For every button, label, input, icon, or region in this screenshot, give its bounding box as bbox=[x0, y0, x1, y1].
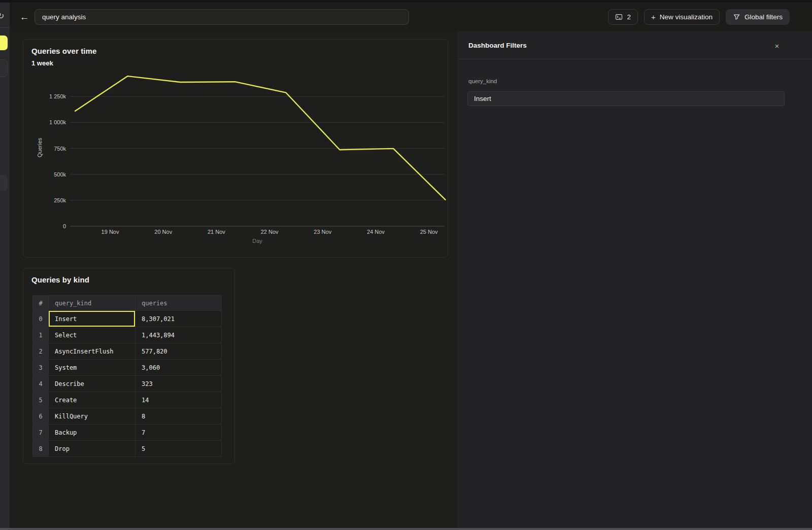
row-index-cell: 7 bbox=[33, 425, 49, 441]
y-tick-label: 750k bbox=[54, 146, 66, 152]
window-top-edge bbox=[0, 0, 812, 3]
row-index-cell: 3 bbox=[33, 360, 49, 376]
query-kind-cell[interactable]: Backup bbox=[49, 425, 136, 441]
queries-cell[interactable]: 1,443,894 bbox=[136, 327, 222, 343]
query-kind-cell[interactable]: Describe bbox=[49, 376, 136, 392]
queries-cell[interactable]: 3,060 bbox=[136, 360, 222, 376]
close-icon: × bbox=[775, 42, 780, 50]
funnel-icon bbox=[733, 13, 740, 21]
row-index-cell: 4 bbox=[33, 376, 49, 392]
query-kind-cell[interactable]: Drop bbox=[49, 441, 136, 457]
y-tick-label: 1 250k bbox=[49, 93, 66, 99]
sidebar-item-active[interactable] bbox=[0, 36, 8, 50]
column-header-queries[interactable]: queries bbox=[136, 296, 222, 311]
query-kind-cell[interactable]: KillQuery bbox=[49, 408, 136, 425]
y-tick-label: 250k bbox=[54, 197, 66, 203]
table-row: 2AsyncInsertFlush577,820 bbox=[33, 343, 222, 360]
history-icon[interactable]: ↻ bbox=[0, 11, 4, 21]
column-header-query-kind[interactable]: query_kind bbox=[49, 296, 136, 311]
row-index-cell: 8 bbox=[33, 441, 49, 457]
x-tick-label: 25 Nov bbox=[420, 229, 438, 235]
line-chart[interactable]: 0250k500k750k1 000k1 250k 19 Nov20 Nov21… bbox=[23, 40, 448, 257]
row-index-cell: 2 bbox=[33, 343, 49, 360]
x-tick-label: 22 Nov bbox=[261, 229, 279, 235]
close-button[interactable]: × bbox=[771, 41, 783, 52]
query-kind-cell-selected[interactable]: Insert bbox=[49, 311, 136, 327]
x-tick-label: 20 Nov bbox=[154, 229, 172, 235]
bottom-edge-bar bbox=[0, 528, 812, 530]
new-visualization-label: New visualization bbox=[660, 13, 713, 21]
x-tick-label: 24 Nov bbox=[367, 229, 385, 235]
table-row: 6KillQuery8 bbox=[33, 408, 222, 425]
plus-icon: + bbox=[651, 13, 656, 21]
row-index-cell: 5 bbox=[33, 392, 49, 408]
x-tick-label: 19 Nov bbox=[101, 229, 119, 235]
global-filters-label: Global filters bbox=[745, 13, 783, 21]
table-card: Queries by kind # query_kind queries 0In… bbox=[23, 268, 235, 464]
query-kind-cell[interactable]: AsyncInsertFlush bbox=[49, 343, 136, 360]
queries-by-kind-table: # query_kind queries 0Insert8,307,0211Se… bbox=[32, 295, 222, 457]
queries-cell[interactable]: 577,820 bbox=[136, 343, 222, 360]
table-row: 8Drop5 bbox=[33, 441, 222, 457]
filter-field-label: query_kind bbox=[468, 78, 497, 84]
queries-cell[interactable]: 7 bbox=[136, 425, 222, 441]
row-index-cell: 0 bbox=[33, 311, 49, 327]
x-tick-label: 23 Nov bbox=[314, 229, 331, 235]
queries-cell[interactable]: 323 bbox=[136, 376, 222, 392]
queries-cell[interactable]: 8 bbox=[136, 408, 222, 425]
row-index-cell: 1 bbox=[33, 327, 49, 343]
row-index-cell: 6 bbox=[33, 408, 49, 425]
y-tick-label: 1 000k bbox=[49, 119, 66, 125]
console-count: 2 bbox=[627, 13, 631, 21]
left-sidebar: ↻ bbox=[0, 3, 10, 528]
back-arrow-icon: ← bbox=[20, 12, 29, 22]
y-axis-label: Queries bbox=[37, 137, 43, 157]
app-root: ↻ ← 2 + New visualization bbox=[0, 0, 812, 530]
new-visualization-button[interactable]: + New visualization bbox=[644, 9, 720, 25]
table-row: 5Create14 bbox=[33, 392, 222, 408]
x-tick-labels: 19 Nov20 Nov21 Nov22 Nov23 Nov24 Nov25 N… bbox=[101, 229, 438, 235]
y-tick-labels: 0250k500k750k1 000k1 250k bbox=[49, 93, 66, 229]
queries-cell[interactable]: 5 bbox=[136, 441, 222, 457]
table-row: 1Select1,443,894 bbox=[33, 327, 222, 343]
table-row: 4Describe323 bbox=[33, 376, 222, 392]
queries-cell[interactable]: 8,307,021 bbox=[136, 311, 222, 327]
query-kind-cell[interactable]: System bbox=[49, 360, 136, 376]
column-header-index[interactable]: # bbox=[33, 296, 49, 311]
main-content: Queries over time 1 week 0250k500k750k1 … bbox=[10, 31, 457, 528]
y-tick-label: 0 bbox=[63, 223, 66, 229]
sidebar-item-2[interactable] bbox=[0, 175, 8, 191]
table-row: 0Insert8,307,021 bbox=[33, 311, 222, 327]
global-filters-button[interactable]: Global filters bbox=[726, 9, 790, 25]
table-row: 7Backup7 bbox=[33, 425, 222, 441]
table-title: Queries by kind bbox=[31, 275, 89, 284]
filter-field-input[interactable] bbox=[467, 91, 785, 106]
filters-panel-header: Dashboard Filters × bbox=[457, 31, 812, 59]
dashboard-title-input[interactable] bbox=[35, 9, 409, 25]
y-tick-label: 500k bbox=[54, 171, 66, 178]
chart-card: Queries over time 1 week 0250k500k750k1 … bbox=[23, 39, 448, 258]
query-kind-cell[interactable]: Select bbox=[49, 327, 136, 343]
gridlines bbox=[70, 96, 445, 226]
top-bar: ← 2 + New visualization Global filters bbox=[10, 3, 812, 31]
queries-cell[interactable]: 14 bbox=[136, 392, 222, 408]
back-button[interactable]: ← bbox=[17, 10, 32, 25]
dashboard-filters-panel: Dashboard Filters × query_kind bbox=[457, 31, 812, 528]
table-header-row: # query_kind queries bbox=[33, 296, 222, 311]
table-row: 3System3,060 bbox=[33, 360, 222, 376]
x-axis-label: Day bbox=[252, 238, 262, 244]
topbar-actions: 2 + New visualization Global filters bbox=[608, 9, 790, 25]
console-icon bbox=[615, 13, 623, 21]
query-kind-cell[interactable]: Create bbox=[49, 392, 136, 408]
filters-panel-title: Dashboard Filters bbox=[468, 42, 527, 49]
sidebar-divider bbox=[0, 27, 10, 28]
x-tick-label: 21 Nov bbox=[208, 229, 225, 235]
sidebar-item[interactable] bbox=[0, 59, 8, 77]
queries-series-line bbox=[75, 76, 446, 200]
console-count-button[interactable]: 2 bbox=[608, 9, 638, 25]
